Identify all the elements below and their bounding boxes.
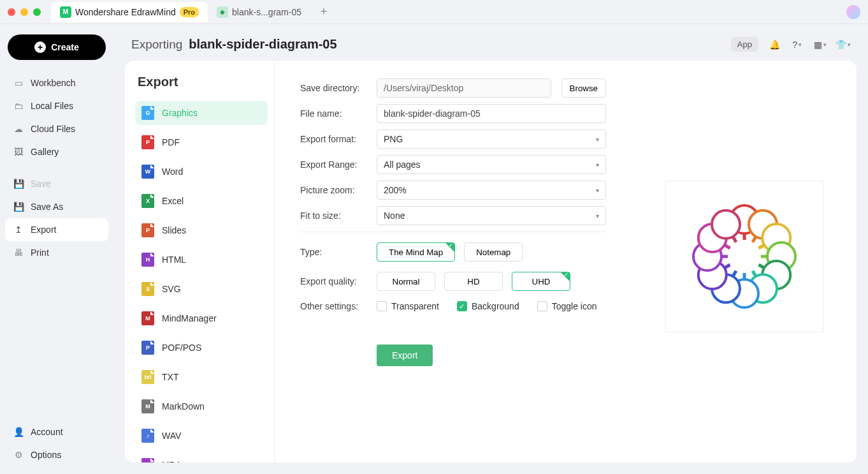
export-type-svg[interactable]: SSVG xyxy=(135,277,268,301)
file-type-icon: txt xyxy=(141,370,154,384)
file-type-icon: M xyxy=(141,399,154,413)
sidebar-item-local-files[interactable]: 🗀Local Files xyxy=(5,94,108,117)
minimize-window[interactable] xyxy=(20,8,28,16)
preview-thumbnail xyxy=(665,181,823,332)
export-range-label: Export Range: xyxy=(300,159,366,170)
file-type-icon: P xyxy=(141,223,154,237)
sidebar-item-print[interactable]: 🖶Print xyxy=(5,241,108,264)
quality-hd-button[interactable]: HD xyxy=(444,272,503,291)
folder-icon: 🗀 xyxy=(13,101,24,111)
main-header: Exporting blank-spider-diagram-05 App 🔔 … xyxy=(113,24,868,61)
fit-to-size-select[interactable]: None▾ xyxy=(377,206,606,225)
export-type-pof-pos[interactable]: PPOF/POS xyxy=(135,336,268,360)
quality-uhd-button[interactable]: UHD xyxy=(512,272,570,291)
save-as-icon: 💾 xyxy=(13,202,24,212)
quality-label: Export quality: xyxy=(300,276,366,286)
sidebar-item-workbench[interactable]: ▭Workbench xyxy=(5,71,108,94)
workbench-icon: ▭ xyxy=(13,78,24,88)
create-button[interactable]: + Create xyxy=(8,34,106,60)
export-format-label: Export format: xyxy=(300,134,366,144)
page-title: Exporting xyxy=(131,38,182,52)
export-type-wav[interactable]: ♪WAV xyxy=(135,424,268,448)
file-name-label: File name: xyxy=(300,108,366,119)
tab-document[interactable]: ◆ blank-s...gram-05 xyxy=(208,2,310,22)
svg-point-23 xyxy=(712,211,740,239)
tab-label: blank-s...gram-05 xyxy=(232,7,301,17)
export-type-mp4[interactable]: ▸MP4 xyxy=(135,453,268,463)
user-avatar[interactable] xyxy=(846,5,860,19)
export-button[interactable]: Export xyxy=(377,344,433,366)
sidebar-item-save: 💾Save xyxy=(5,172,108,195)
sidebar-item-cloud-files[interactable]: ☁Cloud Files xyxy=(5,117,108,140)
export-type-mindmanager[interactable]: MMindManager xyxy=(135,306,268,330)
background-checkbox[interactable]: ✓Background xyxy=(457,301,519,311)
picture-zoom-label: Picture zoom: xyxy=(300,185,366,195)
browse-button[interactable]: Browse xyxy=(561,78,606,98)
file-type-icon: H xyxy=(141,253,154,267)
export-type-markdown[interactable]: MMarkDown xyxy=(135,394,268,418)
sidebar-item-gallery[interactable]: 🖼Gallery xyxy=(5,140,108,163)
export-type-word[interactable]: WWord xyxy=(135,159,268,184)
file-type-icon: M xyxy=(141,311,154,325)
file-type-icon: X xyxy=(141,194,154,208)
sidebar-item-account[interactable]: 👤Account xyxy=(5,420,108,443)
tab-main[interactable]: M Wondershare EdrawMind Pro xyxy=(51,2,208,22)
plus-icon: + xyxy=(34,41,46,53)
pro-badge: Pro xyxy=(180,7,199,17)
file-name-input[interactable] xyxy=(377,104,606,123)
export-type-slides[interactable]: PSlides xyxy=(135,218,268,242)
grid-icon[interactable]: ▦▾ xyxy=(813,38,827,52)
export-type-txt[interactable]: txtTXT xyxy=(135,365,268,389)
divider xyxy=(300,232,606,232)
export-format-select[interactable]: PNG▾ xyxy=(377,130,606,149)
export-icon: ↥ xyxy=(13,225,24,235)
file-type-icon: P xyxy=(141,135,154,149)
save-directory-label: Save directory: xyxy=(300,83,366,93)
file-type-icon: ♪ xyxy=(141,429,154,443)
app-button[interactable]: App xyxy=(731,37,758,52)
new-tab-button[interactable]: + xyxy=(315,4,332,20)
export-form: Save directory: Browse File name: Export… xyxy=(300,78,606,445)
sidebar-item-save-as[interactable]: 💾Save As xyxy=(5,195,108,218)
file-type-icon: W xyxy=(141,165,154,179)
file-type-icon: ▸ xyxy=(141,458,154,463)
quality-normal-button[interactable]: Normal xyxy=(377,272,435,291)
export-type-pdf[interactable]: PPDF xyxy=(135,130,268,154)
export-range-select[interactable]: All pages▾ xyxy=(377,155,606,174)
titlebar: M Wondershare EdrawMind Pro ◆ blank-s...… xyxy=(0,0,868,24)
create-label: Create xyxy=(51,42,79,52)
sidebar-item-export[interactable]: ↥Export xyxy=(5,218,108,241)
export-type-graphics[interactable]: GGraphics xyxy=(135,101,268,125)
sidebar: + Create ▭Workbench 🗀Local Files ☁Cloud … xyxy=(0,24,113,474)
bell-icon[interactable]: 🔔 xyxy=(767,38,781,52)
gallery-icon: 🖼 xyxy=(13,147,24,157)
other-settings-label: Other settings: xyxy=(300,301,366,311)
type-mindmap-button[interactable]: The Mind Map xyxy=(377,242,455,262)
fit-to-size-label: Fit to size: xyxy=(300,211,366,221)
export-type-excel[interactable]: XExcel xyxy=(135,189,268,213)
traffic-lights xyxy=(8,8,41,16)
file-type-icon: G xyxy=(141,106,154,120)
gear-icon: ⚙ xyxy=(13,450,24,460)
shirt-icon[interactable]: 👕▾ xyxy=(836,38,850,52)
page-subtitle: blank-spider-diagram-05 xyxy=(189,37,336,52)
file-type-icon: P xyxy=(141,341,154,355)
export-type-html[interactable]: HHTML xyxy=(135,248,268,272)
app-logo-icon: M xyxy=(60,6,71,18)
maximize-window[interactable] xyxy=(33,8,41,16)
export-heading: Export xyxy=(135,75,268,89)
sidebar-item-options[interactable]: ⚙Options xyxy=(5,443,108,466)
save-directory-input[interactable] xyxy=(377,78,551,98)
cloud-icon: ☁ xyxy=(13,124,24,134)
account-icon: 👤 xyxy=(13,427,24,437)
picture-zoom-select[interactable]: 200%▾ xyxy=(377,181,606,200)
tab-label: Wondershare EdrawMind xyxy=(75,7,176,17)
type-notemap-button[interactable]: Notemap xyxy=(464,242,523,262)
toggle-icon-checkbox[interactable]: Toggle icon xyxy=(537,301,597,311)
type-label: Type: xyxy=(300,247,366,257)
tabs: M Wondershare EdrawMind Pro ◆ blank-s...… xyxy=(51,2,332,22)
help-icon[interactable]: ?▾ xyxy=(790,38,804,52)
close-window[interactable] xyxy=(8,8,15,16)
transparent-checkbox[interactable]: Transparent xyxy=(377,301,439,311)
svg-point-24 xyxy=(728,240,761,273)
